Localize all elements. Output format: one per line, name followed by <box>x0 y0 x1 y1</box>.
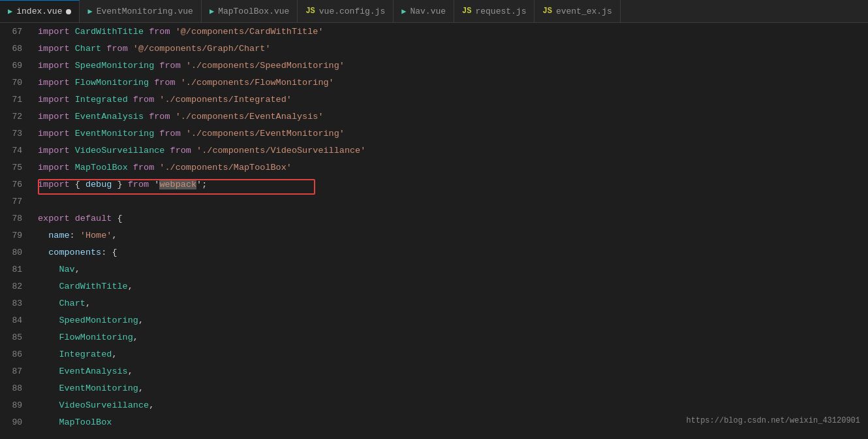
code-line-76: 76 import { debug } from 'webpack'; <box>0 176 868 193</box>
line-number: 76 <box>0 180 33 189</box>
line-number: 73 <box>0 129 33 138</box>
code-line-80: 80 components: { <box>0 244 868 261</box>
tab-label: request.js <box>475 7 526 16</box>
line-number: 90 <box>0 417 33 427</box>
tab-nav-vue[interactable]: ▶ Nav.vue <box>394 0 454 22</box>
js-icon: JS <box>462 7 471 16</box>
line-number: 82 <box>0 282 33 291</box>
line-number: 70 <box>0 78 33 88</box>
line-number: 88 <box>0 383 33 393</box>
tab-label: index.vue <box>16 7 62 16</box>
tab-map-toolbox-vue[interactable]: ▶ MapToolBox.vue <box>202 0 298 22</box>
line-content: Integrated, <box>33 350 868 359</box>
js-icon: JS <box>542 7 551 16</box>
line-number: 85 <box>0 333 33 342</box>
js-icon: JS <box>305 7 315 16</box>
code-line-73: 73 import EventMonitoring from './compon… <box>0 125 868 142</box>
line-number: 79 <box>0 231 33 240</box>
line-content: import Chart from '@/components/Graph/Ch… <box>33 44 868 54</box>
tab-event-monitoring-vue[interactable]: ▶ EventMonitoring.vue <box>80 0 201 22</box>
line-content: import FlowMonitoring from './components… <box>33 78 868 88</box>
code-line-89: 89 VideoSurveillance, <box>0 397 868 414</box>
tab-index-vue[interactable]: ▶ index.vue <box>0 0 80 22</box>
code-line-79: 79 name: 'Home', <box>0 227 868 244</box>
tab-bar: ▶ index.vue ▶ EventMonitoring.vue ▶ MapT… <box>0 0 868 23</box>
line-content: EventAnalysis, <box>33 366 868 376</box>
line-content: import CardWithTitle from '@/components/… <box>33 27 868 37</box>
code-line-68: 68 import Chart from '@/components/Graph… <box>0 40 868 57</box>
code-line-71: 71 import Integrated from './components/… <box>0 91 868 108</box>
line-content: import VideoSurveillance from './compone… <box>33 146 868 155</box>
line-content: import { debug } from 'webpack'; <box>33 180 868 189</box>
line-number: 72 <box>0 112 33 122</box>
line-number: 67 <box>0 27 33 37</box>
line-content: EventMonitoring, <box>33 383 868 393</box>
code-line-77: 77 <box>0 193 868 210</box>
tab-label: vue.config.js <box>319 7 385 16</box>
code-line-67: 67 import CardWithTitle from '@/componen… <box>0 23 868 40</box>
line-content: Chart, <box>33 299 868 308</box>
vue-icon: ▶ <box>8 7 12 16</box>
line-number: 80 <box>0 248 33 257</box>
line-content: components: { <box>33 248 868 257</box>
line-content: name: 'Home', <box>33 231 868 240</box>
vue-icon: ▶ <box>209 7 214 16</box>
code-line-74: 74 import VideoSurveillance from './comp… <box>0 142 868 159</box>
line-number: 75 <box>0 163 33 172</box>
code-line-70: 70 import FlowMonitoring from './compone… <box>0 74 868 91</box>
tab-label: MapToolBox.vue <box>218 7 289 16</box>
code-line-85: 85 FlowMonitoring, <box>0 329 868 346</box>
vue-icon: ▶ <box>87 7 92 16</box>
modified-dot <box>66 9 71 14</box>
line-number: 69 <box>0 61 33 71</box>
code-line-72: 72 import EventAnalysis from './componen… <box>0 108 868 125</box>
line-content: export default { <box>33 214 868 223</box>
line-content: import EventMonitoring from './component… <box>33 129 868 138</box>
code-line-87: 87 EventAnalysis, <box>0 363 868 380</box>
watermark: https://blog.csdn.net/weixin_43120901 <box>687 416 860 425</box>
tab-label: EventMonitoring.vue <box>97 7 193 16</box>
code-line-88: 88 EventMonitoring, <box>0 380 868 397</box>
tab-event-ex-js[interactable]: JS event_ex.js <box>535 0 620 22</box>
line-content: CardWithTitle, <box>33 282 868 291</box>
line-number: 86 <box>0 350 33 359</box>
code-line-82: 82 CardWithTitle, <box>0 278 868 295</box>
line-content: import MapToolBox from './components/Map… <box>33 163 868 172</box>
line-content: import EventAnalysis from './components/… <box>33 112 868 122</box>
code-line-84: 84 SpeedMonitoring, <box>0 312 868 329</box>
line-number: 71 <box>0 95 33 105</box>
tab-label: Nav.vue <box>410 7 446 16</box>
code-line-75: 75 import MapToolBox from './components/… <box>0 159 868 176</box>
tab-vue-config-js[interactable]: JS vue.config.js <box>298 0 394 22</box>
line-content: import SpeedMonitoring from './component… <box>33 61 868 71</box>
line-number: 83 <box>0 299 33 308</box>
tab-request-js[interactable]: JS request.js <box>454 0 535 22</box>
line-content: FlowMonitoring, <box>33 333 868 342</box>
line-content: import Integrated from './components/Int… <box>33 95 868 105</box>
vue-icon: ▶ <box>401 7 406 16</box>
code-line-81: 81 Nav, <box>0 261 868 278</box>
line-number: 78 <box>0 214 33 223</box>
line-content: SpeedMonitoring, <box>33 316 868 325</box>
line-content: Nav, <box>33 265 868 274</box>
line-number: 84 <box>0 316 33 325</box>
tab-label: event_ex.js <box>556 7 612 16</box>
code-line-78: 78 export default { <box>0 210 868 227</box>
line-number: 68 <box>0 44 33 54</box>
line-number: 74 <box>0 146 33 155</box>
code-line-69: 69 import SpeedMonitoring from './compon… <box>0 57 868 74</box>
code-area: 67 import CardWithTitle from '@/componen… <box>0 23 868 431</box>
line-number: 81 <box>0 265 33 274</box>
code-line-83: 83 Chart, <box>0 295 868 312</box>
line-number: 89 <box>0 400 33 410</box>
line-number: 77 <box>0 197 33 206</box>
code-line-86: 86 Integrated, <box>0 346 868 363</box>
line-content: VideoSurveillance, <box>33 400 868 410</box>
line-number: 87 <box>0 366 33 376</box>
